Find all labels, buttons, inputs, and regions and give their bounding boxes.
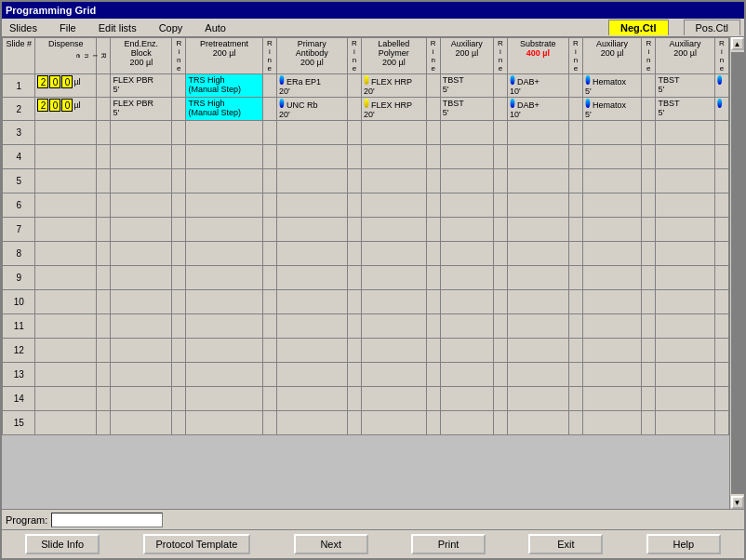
window-title: Programming Grid [6, 5, 96, 16]
table-row: 5 [3, 169, 729, 193]
primary-1[interactable]: ERa EP120' [276, 74, 347, 98]
table-row: 8 [3, 242, 729, 266]
rinse-2-0 [97, 98, 111, 121]
col-header-r2: Rine [262, 38, 276, 74]
aux3-1[interactable]: TBST5' [656, 74, 714, 98]
rinse-1-5 [493, 74, 507, 98]
table-row: 10 [3, 290, 729, 314]
status-label: Program: [6, 514, 47, 526]
col-header-labelled: LabelledPolymer200 µl [362, 38, 427, 74]
menu-copy[interactable]: Copy [155, 21, 187, 34]
rinse-2-2 [262, 98, 276, 121]
aux3-2[interactable]: TBST5' [656, 98, 714, 121]
slide-info-button[interactable]: Slide Info [25, 534, 100, 554]
endenz-1[interactable]: FLEX PBR5' [111, 74, 172, 98]
aux1-2[interactable]: TBST5' [440, 98, 493, 121]
col-header-r4: Rine [426, 38, 440, 74]
rinse-2-8 [714, 98, 728, 121]
row-num-2: 2 [3, 98, 35, 121]
rinse-1-6 [568, 74, 582, 98]
menu-file[interactable]: File [56, 21, 80, 34]
rinse-2-1 [172, 98, 186, 121]
tab-neg-ctl[interactable]: Neg.Ctl [608, 20, 669, 35]
col-header-r6: Rine [568, 38, 582, 74]
pretreat-1[interactable]: TRS High(Manual Step) [186, 74, 262, 98]
table-row: 11 [3, 314, 729, 339]
col-header-r8: Rine [714, 38, 728, 74]
col-header-substrate: Substrate400 µl [507, 38, 568, 74]
endenz-2[interactable]: FLEX PBR5' [111, 98, 172, 121]
pretreat-2[interactable]: TRS High(Manual Step) [186, 98, 262, 121]
rinse-1-4 [426, 74, 440, 98]
aux2-2[interactable]: Hematox5' [582, 98, 641, 121]
col-header-slide: Slide # [3, 38, 35, 74]
tab-pos-ctl[interactable]: Pos.Ctl [684, 20, 740, 35]
col-header-aux2: Auxiliary200 µl [582, 38, 641, 74]
table-row: 14 [3, 387, 729, 411]
program-input[interactable] [51, 513, 163, 527]
menu-edit-lists[interactable]: Edit lists [95, 21, 140, 34]
aux2-1[interactable]: Hematox5' [582, 74, 641, 98]
labelled-2[interactable]: FLEX HRP20' [362, 98, 427, 121]
table-row: 7 [3, 218, 729, 242]
col-header-aux3: Auxiliary200 µl [656, 38, 714, 74]
primary-2[interactable]: UNC Rb20' [276, 98, 347, 121]
table-row: 2 200µl FLEX PBR5' TRS High(Manual Step) [3, 98, 729, 121]
rinse-1-0 [97, 74, 111, 98]
col-header-r3: Rine [347, 38, 361, 74]
rinse-1-2 [262, 74, 276, 98]
rinse-2-3 [347, 98, 361, 121]
scroll-up[interactable]: ▲ [731, 37, 744, 50]
aux1-1[interactable]: TBST5' [440, 74, 493, 98]
next-button[interactable]: Next [294, 534, 368, 554]
title-bar: Programming Grid [2, 2, 744, 19]
col-header-aux1: Auxiliary200 µl [440, 38, 493, 74]
programming-table: Slide # Dispense Rine End.Enz. Block200 … [2, 37, 729, 435]
scroll-down[interactable]: ▼ [731, 496, 744, 509]
grid-area: Slide # Dispense Rine End.Enz. Block200 … [2, 37, 744, 509]
col-header-r7: Rine [642, 38, 656, 74]
dispense-1[interactable]: 200µl [35, 74, 97, 98]
labelled-1[interactable]: FLEX HRP20' [362, 74, 427, 98]
table-row: 15 [3, 411, 729, 435]
rinse-1-7 [642, 74, 656, 98]
dispense-2[interactable]: 200µl [35, 98, 97, 121]
col-header-r1: Rine [172, 38, 186, 74]
rinse-1-1 [172, 74, 186, 98]
table-row: 3 [3, 121, 729, 145]
col-header-r0: Rine [97, 38, 111, 74]
status-bar: Program: [2, 509, 744, 529]
col-header-primary: PrimaryAntibody200 µl [276, 38, 347, 74]
substrate-2[interactable]: DAB+10' [507, 98, 568, 121]
table-row: 4 [3, 145, 729, 169]
help-button[interactable]: Help [646, 534, 721, 554]
main-window: Programming Grid Slides File Edit lists … [0, 0, 746, 560]
table-row: 1 200µl FLEX PBR5' TRS High(Manual Step) [3, 74, 729, 98]
print-button[interactable]: Print [411, 534, 486, 554]
row-num-1: 1 [3, 74, 35, 98]
col-header-endenz: End.Enz. Block200 µl [111, 38, 172, 74]
footer: Slide Info Protocol Template Next Print … [2, 529, 744, 558]
substrate-1[interactable]: DAB+10' [507, 74, 568, 98]
col-header-pretreat: Pretreatment200 µl [186, 38, 262, 74]
rinse-2-5 [493, 98, 507, 121]
menu-auto[interactable]: Auto [201, 21, 230, 34]
rinse-2-4 [426, 98, 440, 121]
grid-scroll[interactable]: Slide # Dispense Rine End.Enz. Block200 … [2, 37, 729, 509]
rinse-1-3 [347, 74, 361, 98]
rinse-2-6 [568, 98, 582, 121]
protocol-template-button[interactable]: Protocol Template [143, 534, 251, 554]
menu-slides[interactable]: Slides [6, 21, 41, 34]
table-row: 6 [3, 193, 729, 218]
table-row: 9 [3, 266, 729, 290]
menu-bar: Slides File Edit lists Copy Auto Neg.Ctl… [2, 19, 744, 37]
col-header-r5: Rine [493, 38, 507, 74]
rinse-2-7 [642, 98, 656, 121]
table-row: 13 [3, 363, 729, 387]
exit-button[interactable]: Exit [528, 534, 603, 554]
rinse-1-8 [714, 74, 728, 98]
scrollbar[interactable]: ▲ ▼ [729, 37, 744, 509]
table-row: 12 [3, 339, 729, 363]
